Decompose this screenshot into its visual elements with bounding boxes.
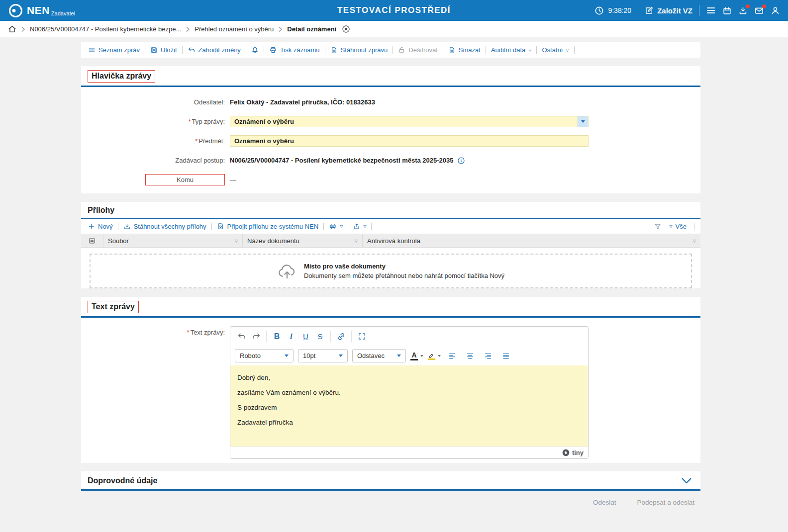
- tinymce-logo-icon[interactable]: [562, 449, 570, 456]
- toolbar-label: Připojit přílohu ze systému NEN: [227, 223, 319, 230]
- bold-button[interactable]: B: [270, 330, 284, 343]
- notification-badge: [746, 4, 750, 8]
- strikethrough-button[interactable]: S: [313, 330, 327, 343]
- section-title-hlavicka-zpravy: Hlavička zprávy: [88, 70, 155, 83]
- editor-paragraph: Zadavatel příručka: [237, 419, 581, 426]
- breadcrumb: N006/25/V00004747 - Posílení kybernetick…: [0, 21, 788, 37]
- document-gear-icon: [217, 222, 224, 230]
- download-icon: [123, 223, 131, 230]
- editor-statusbar: tiny: [230, 446, 588, 458]
- toolbar-download-message-button[interactable]: Stáhnout zprávu: [325, 46, 393, 54]
- toolbar-delete-button[interactable]: Smazat: [443, 46, 486, 54]
- subject-input[interactable]: [230, 135, 589, 147]
- editor-separator: [351, 331, 352, 342]
- filter-caret-icon[interactable]: ▽: [689, 239, 696, 243]
- caret-down-icon: ▽: [340, 225, 343, 229]
- column-header-soubor[interactable]: Soubor ▽: [103, 234, 242, 247]
- select-dropdown-button[interactable]: [578, 116, 588, 127]
- undo-icon[interactable]: [235, 330, 248, 343]
- toolbar-audit-data-button[interactable]: Auditní data ▽: [486, 46, 537, 54]
- calendar-icon[interactable]: [722, 6, 732, 15]
- create-vz-button[interactable]: Založit VZ: [657, 6, 692, 15]
- field-label: Předmět:: [198, 137, 225, 145]
- field-label: Odesílatel:: [194, 98, 225, 106]
- breadcrumb-item-procedure[interactable]: N006/25/V00004747 - Posílení kybernetick…: [30, 25, 181, 33]
- toolbar-label: Dešifrovat: [408, 46, 438, 54]
- attachments-dropzone[interactable]: Místo pro vaše dokumenty Dokumenty sem m…: [90, 254, 692, 288]
- field-row-typ-zpravy: * Typ zprávy: Oznámení o výběru: [81, 112, 700, 131]
- new-attachment-button[interactable]: Nový: [83, 223, 118, 230]
- toolbar-label: Zahodit změny: [198, 46, 241, 54]
- attach-from-nen-button[interactable]: Připojit přílohu ze systému NEN: [212, 222, 324, 230]
- toolbar-save-button[interactable]: Uložit: [145, 46, 182, 54]
- font-size-value: 10pt: [303, 352, 315, 359]
- editor-content-area[interactable]: Dobrý den, zasíláme Vám oznámení o výběr…: [230, 365, 588, 446]
- column-settings-button[interactable]: [81, 234, 103, 247]
- field-row-text-zpravy: * Text zprávy: B I U S: [81, 323, 700, 459]
- filter-all-button[interactable]: ▽ Vše: [667, 223, 689, 230]
- downloads-icon[interactable]: [738, 6, 748, 15]
- export-attachments-button[interactable]: ▽: [348, 223, 371, 230]
- column-header-nazev-dokumentu[interactable]: Název dokumentu ▽: [242, 234, 362, 247]
- messages-icon[interactable]: [754, 6, 764, 15]
- font-family-select[interactable]: Roboto: [235, 349, 294, 362]
- filter-funnel-icon[interactable]: [654, 223, 662, 230]
- export-icon: [353, 223, 360, 230]
- home-icon[interactable]: [8, 25, 16, 33]
- close-icon[interactable]: [342, 25, 350, 33]
- align-center-icon[interactable]: [463, 349, 477, 362]
- attachments-table-header: Soubor ▽ Název dokumentu ▽ Antivirová ko…: [81, 234, 700, 248]
- underline-button[interactable]: U: [299, 330, 312, 343]
- highlight-color-button[interactable]: [428, 352, 441, 360]
- print-attachments-button[interactable]: ▽: [324, 223, 348, 230]
- editor-separator: [266, 331, 267, 342]
- section-message-header: Hlavička zprávy Odesílatel: Felix Okátý …: [81, 66, 700, 193]
- link-icon[interactable]: [334, 330, 348, 343]
- unlock-icon: [398, 46, 405, 54]
- align-left-icon[interactable]: [445, 349, 459, 362]
- toolbar-notifications-button[interactable]: [246, 46, 264, 54]
- toolbar-other-button[interactable]: Ostatní ▽: [537, 46, 574, 54]
- filter-caret-icon[interactable]: ▽: [231, 239, 238, 243]
- download-all-attachments-button[interactable]: Stáhnout všechny přílohy: [118, 223, 211, 230]
- toolbar-separator: [694, 223, 694, 230]
- document-gear-icon: [448, 46, 456, 54]
- tinymce-branding[interactable]: tiny: [572, 449, 584, 456]
- toolbar-print-button[interactable]: Tisk záznamu: [264, 46, 325, 54]
- message-type-select[interactable]: Oznámení o výběru: [230, 116, 589, 127]
- redo-icon[interactable]: [249, 330, 263, 343]
- highlight-icon: [428, 352, 435, 360]
- align-right-icon[interactable]: [481, 349, 494, 362]
- undo-icon: [188, 46, 196, 54]
- info-icon[interactable]: [457, 157, 465, 165]
- section-accompanying-data: Doprovodné údaje: [81, 471, 700, 491]
- text-color-button[interactable]: A: [410, 352, 423, 360]
- plus-icon: [88, 223, 95, 230]
- sign-and-send-button[interactable]: Podepsat a odeslat: [637, 499, 694, 506]
- breadcrumb-item-overview[interactable]: Přehled oznámení o výběru: [195, 25, 274, 33]
- chevron-down-icon: [438, 355, 441, 357]
- user-icon[interactable]: [771, 6, 780, 15]
- recipient-label[interactable]: Komu: [145, 174, 225, 185]
- font-size-select[interactable]: 10pt: [298, 349, 348, 362]
- align-justify-icon[interactable]: [499, 349, 512, 362]
- printer-icon: [329, 223, 337, 230]
- caret-down-icon: ▽: [363, 225, 366, 229]
- nen-logo-icon[interactable]: [9, 4, 22, 17]
- menu-icon[interactable]: [706, 5, 716, 15]
- column-label: Soubor: [108, 237, 129, 245]
- topbar-separator: [638, 5, 638, 16]
- caret-down-icon: ▽: [528, 48, 531, 52]
- section-attachments: Přílohy Nový Stáhnout všechny přílohy Př…: [81, 202, 700, 288]
- block-format-select[interactable]: Odstavec: [352, 349, 406, 362]
- send-button[interactable]: Odeslat: [593, 499, 616, 506]
- column-header-antivirova-kontrola[interactable]: Antivirová kontrola ▽: [362, 234, 700, 247]
- filter-caret-icon[interactable]: ▽: [351, 239, 358, 243]
- chevron-down-icon[interactable]: [682, 478, 691, 484]
- toolbar-discard-changes-button[interactable]: Zahodit změny: [183, 46, 246, 54]
- brand-name: NEN: [27, 3, 50, 17]
- toolbar-message-list-button[interactable]: Seznam zpráv: [83, 46, 145, 54]
- italic-button[interactable]: I: [285, 330, 298, 343]
- accompanying-data-header[interactable]: Doprovodné údaje: [81, 471, 700, 489]
- fullscreen-icon[interactable]: [355, 330, 369, 343]
